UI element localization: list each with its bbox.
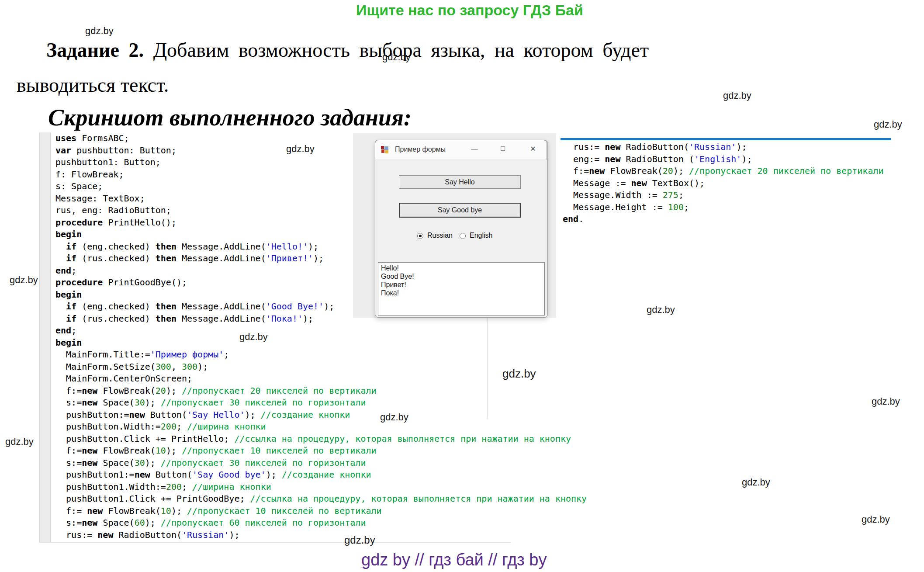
maximize-button[interactable]: □ [496, 145, 509, 153]
gdzby-watermark: gdz.by [239, 331, 268, 343]
code-line: pushButton.Width:=200; //ширина кнопки [55, 421, 587, 433]
form-app-icon [381, 146, 389, 154]
code-line: f:= new FlowBreak(10); //пропускает 10 п… [55, 505, 587, 517]
blue-divider-line [561, 138, 891, 140]
gdzby-watermark: gdz.by [10, 274, 38, 286]
code-line: rus:= new RadioButton('Russian'); [55, 529, 587, 541]
code-line: Message.Width := 275; [563, 189, 884, 201]
radio-russian-label: Russian [427, 232, 453, 239]
code-line: Message := new TextBox(); [563, 177, 884, 190]
screenshot-subheading: Скриншот выполненного задания: [48, 104, 412, 131]
output-line: Привет! [381, 281, 542, 289]
gdzby-watermark: gdz.by [382, 52, 411, 63]
code-line: s:=new Space(60); //пропускает 60 пиксел… [55, 517, 587, 529]
code-line: Message.Height := 100; [563, 201, 884, 214]
close-icon[interactable]: ✕ [526, 145, 540, 153]
code-line: pushButton.Click += PrintHello; //ссылка… [55, 433, 587, 445]
code-line: pushButton1:=new Button('Say Good bye');… [55, 469, 587, 481]
code-line: eng:= new RadioButton ('English'); [563, 153, 884, 166]
code-line: s:=new Space(30); //пропускает 30 пиксел… [55, 397, 587, 409]
icon-square-blue [384, 146, 388, 150]
task-number: Задание 2. [46, 39, 144, 61]
screenshot-seam-line [487, 316, 488, 419]
code-line: end; [55, 325, 587, 337]
radio-english[interactable] [460, 233, 466, 239]
gdzby-watermark: gdz.by [647, 304, 675, 315]
icon-square-darkred [381, 149, 384, 153]
say-hello-button[interactable]: Say Hello [399, 175, 521, 189]
code-line: s:=new Space(30); //пропускает 30 пиксел… [55, 457, 587, 469]
output-textbox[interactable]: Hello!Good Bye!Привет!Пока! [378, 262, 545, 315]
gdzby-watermark: gdz.by [872, 396, 900, 407]
gdzby-watermark: gdz.by [862, 514, 890, 525]
task-paragraph-line2: выводиться текст. [17, 73, 169, 97]
minimize-button[interactable]: — [468, 145, 481, 152]
icon-square-red [381, 146, 384, 149]
gdzby-watermark: gdz.by [723, 90, 751, 101]
form-title: Пример формы [395, 146, 446, 153]
code-line: begin [55, 337, 587, 349]
gdzby-watermark: gdz.by [380, 412, 408, 423]
code-editor-gutter [39, 132, 51, 543]
code-line: pushButton:=new Button('Say Hello'); //с… [55, 409, 587, 421]
promo-header: Ищите нас по запросу ГДЗ Бай [356, 2, 583, 19]
code-line: pushButton1.Width:=200; //ширина кнопки [55, 481, 587, 493]
code-line: f:=new FlowBreak(20); //пропускает 20 пи… [55, 385, 587, 397]
gdzby-watermark: gdz.by [874, 119, 902, 130]
say-goodbye-button[interactable]: Say Good bye [399, 203, 521, 218]
gdzby-watermark: gdz.by [742, 477, 770, 488]
code-line: f:=new FlowBreak(10); //пропускает 10 пи… [55, 445, 587, 457]
radio-english-label: English [470, 232, 492, 239]
footer-brand-text: gdz by // гдз бай // гдз by [361, 551, 547, 569]
gdzby-watermark: gdz.by [85, 25, 114, 37]
output-line: Good Bye! [381, 272, 542, 281]
gdzby-watermark: gdz.by [286, 143, 315, 155]
code-line: rus:= new RadioButton('Russian'); [563, 141, 884, 153]
icon-square-yellow [385, 150, 388, 153]
task-paragraph-line1: Задание 2. Добавим возможность выбора яз… [17, 38, 649, 62]
code-line: f:=new FlowBreak(20); //пропускает 20 пи… [563, 165, 884, 177]
code-line: pushButton1.Click += PrintGoodBye; //ссы… [55, 493, 587, 505]
radio-russian[interactable] [417, 233, 423, 239]
page: Ищите нас по запросу ГДЗ Бай Задание 2. … [0, 0, 924, 572]
code-fragment-bottom-edge [39, 542, 511, 543]
gdzby-watermark: gdz.by [344, 534, 375, 546]
output-line: Пока! [381, 289, 542, 297]
code-line: end. [563, 213, 884, 225]
gdzby-watermark: gdz.by [502, 367, 536, 381]
code-editor-right: rus:= new RadioButton('Russian'); eng:= … [563, 141, 884, 225]
code-line: MainForm.Title:='Пример формы'; [55, 349, 587, 361]
gdzby-watermark: gdz.by [5, 436, 34, 447]
output-line: Hello! [381, 264, 542, 272]
